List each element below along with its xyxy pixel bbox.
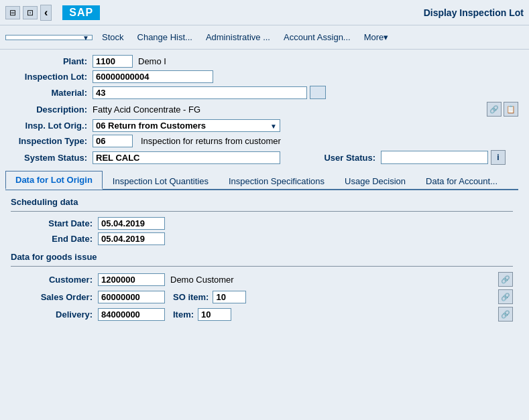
inspection-type-desc: Inspection for returns from customer — [141, 136, 281, 146]
item-label: Item: — [173, 309, 194, 320]
sap-logo: SAP — [62, 5, 100, 20]
page-title: Display Inspection Lot — [424, 7, 524, 18]
end-date-row: End Date: 05.04.2019 — [11, 232, 513, 245]
delivery-link-icon[interactable]: 🔗 — [498, 307, 513, 322]
inspection-lot-value: 60000000004 — [93, 70, 213, 83]
item-value: 10 — [198, 308, 231, 321]
insp-lot-orig-label: Insp. Lot Orig.: — [5, 121, 93, 131]
goods-issue-section: Data for goods issue Customer: 1200000 D… — [11, 252, 513, 322]
delivery-value: 84000000 — [98, 308, 165, 321]
inspection-lot-label: Inspection Lot: — [5, 72, 93, 82]
scheduling-divider — [11, 211, 513, 212]
main-content: Plant: 1100 Demo I Inspection Lot: 60000… — [0, 50, 529, 336]
sales-order-value: 60000000 — [98, 291, 165, 303]
description-link-icon[interactable]: 🔗 — [487, 102, 502, 117]
material-value: 43 — [93, 86, 307, 99]
user-status-label: User Status: — [294, 153, 381, 163]
menu-administrative[interactable]: Administrative ... — [202, 31, 274, 44]
end-date-label: End Date: — [11, 234, 98, 244]
start-date-value: 05.04.2019 — [98, 217, 165, 230]
plant-row: Plant: 1100 Demo I — [5, 55, 518, 68]
material-label: Material: — [5, 88, 93, 98]
start-date-label: Start Date: — [11, 218, 98, 228]
tab-data-for-lot-origin[interactable]: Data for Lot Origin — [5, 171, 103, 190]
tab-content-area: Scheduling data Start Date: 05.04.2019 E… — [5, 190, 518, 331]
menu-bar: ▼ Stock Change Hist... Administrative ..… — [0, 25, 529, 50]
user-status-input[interactable] — [381, 151, 488, 164]
description-copy-icon[interactable]: 📋 — [504, 102, 518, 117]
dropdown-arrow-icon: ▼ — [82, 33, 89, 41]
insp-lot-orig-arrow-icon: ▼ — [270, 122, 277, 129]
description-label: Description: — [5, 104, 93, 115]
action-dropdown[interactable]: ▼ — [5, 35, 93, 40]
status-row: System Status: REL CALC User Status: i — [5, 150, 518, 165]
action-dropdown-wrapper[interactable]: ▼ — [5, 35, 93, 40]
description-row: Description: Fatty Acid Concentrate - FG… — [5, 102, 518, 117]
system-status-value: REL CALC — [93, 151, 280, 164]
toolbar-left: ⊟ ⊡ ‹ SAP — [5, 5, 108, 21]
customer-desc: Demo Customer — [170, 275, 234, 285]
insp-lot-orig-wrapper[interactable]: 06 Return from Customers ▼ — [93, 119, 280, 132]
save-icon-btn[interactable]: ⊟ — [5, 6, 20, 19]
inspection-type-value: 06 — [93, 135, 133, 147]
end-date-value: 05.04.2019 — [98, 232, 165, 245]
start-date-row: Start Date: 05.04.2019 — [11, 217, 513, 230]
plant-desc: Demo I — [138, 56, 166, 66]
customer-link-icon[interactable]: 🔗 — [498, 272, 513, 287]
plant-label: Plant: — [5, 56, 93, 66]
plant-value: 1100 — [93, 55, 133, 68]
so-item-value: 10 — [213, 291, 246, 303]
top-bar: ⊟ ⊡ ‹ SAP Display Inspection Lot — [0, 0, 529, 25]
info-icon-btn[interactable]: i — [491, 150, 506, 165]
insp-lot-orig-value: 06 Return from Customers — [96, 121, 206, 131]
description-value: Fatty Acid Concentrate - FG — [93, 104, 200, 115]
tab-inspection-lot-quantities[interactable]: Inspection Lot Quantities — [103, 172, 219, 190]
back-button[interactable]: ‹ — [40, 5, 52, 21]
customer-value: 1200000 — [98, 273, 165, 286]
insp-lot-orig-select[interactable]: 06 Return from Customers ▼ — [93, 119, 280, 132]
inspection-type-label: Inspection Type: — [5, 136, 93, 146]
customer-label: Customer: — [11, 275, 98, 285]
menu-stock[interactable]: Stock — [98, 31, 128, 44]
stack-icon-btn[interactable]: ⊡ — [23, 6, 38, 19]
menu-change-hist[interactable]: Change Hist... — [133, 31, 196, 44]
so-item-label: SO item: — [173, 292, 209, 302]
sales-order-row: Sales Order: 60000000 SO item: 10 🔗 — [11, 289, 513, 304]
insp-lot-orig-row: Insp. Lot Orig.: 06 Return from Customer… — [5, 119, 518, 132]
inspection-lot-row: Inspection Lot: 60000000004 — [5, 70, 518, 83]
inspection-type-row: Inspection Type: 06 Inspection for retur… — [5, 135, 518, 147]
material-row: Material: 43 — [5, 86, 518, 99]
sales-order-label: Sales Order: — [11, 292, 98, 302]
scheduling-section-title: Scheduling data — [11, 197, 513, 207]
delivery-label: Delivery: — [11, 309, 98, 320]
system-status-label: System Status: — [5, 153, 93, 163]
tab-data-for-account[interactable]: Data for Account... — [416, 172, 508, 190]
tabs-bar: Data for Lot Origin Inspection Lot Quant… — [5, 170, 518, 190]
sales-order-link-icon[interactable]: 🔗 — [498, 289, 513, 304]
goods-issue-title: Data for goods issue — [11, 252, 513, 262]
material-icon-box[interactable] — [310, 86, 326, 99]
delivery-row: Delivery: 84000000 Item: 10 🔗 — [11, 307, 513, 322]
tab-usage-decision[interactable]: Usage Decision — [335, 172, 416, 190]
customer-row: Customer: 1200000 Demo Customer 🔗 — [11, 272, 513, 287]
goods-divider — [11, 266, 513, 267]
tab-inspection-specifications[interactable]: Inspection Specifications — [219, 172, 335, 190]
menu-more[interactable]: More▾ — [360, 31, 393, 44]
menu-account-assign[interactable]: Account Assign... — [280, 31, 355, 44]
